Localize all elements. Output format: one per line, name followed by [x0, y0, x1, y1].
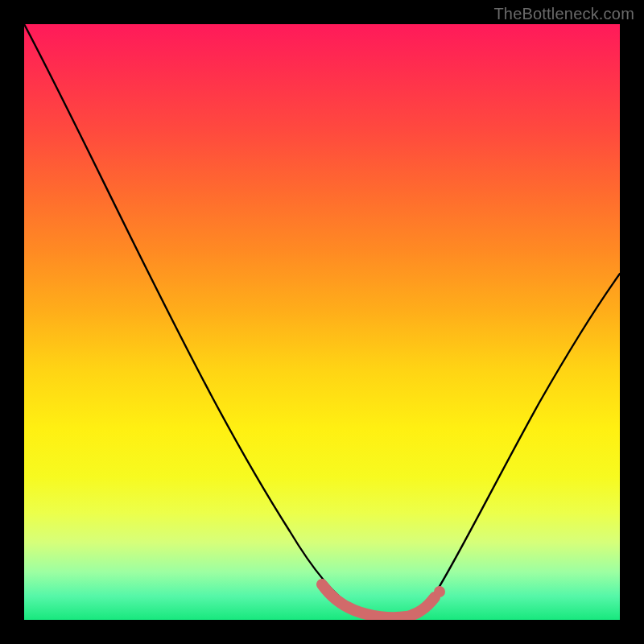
- bottleneck-curve: [24, 24, 620, 617]
- highlight-band: [322, 584, 435, 617]
- chart-frame: TheBottleneck.com: [0, 0, 644, 644]
- watermark-text: TheBottleneck.com: [493, 5, 634, 23]
- highlight-dot: [434, 586, 445, 597]
- curve-layer: [24, 24, 620, 620]
- plot-area: [24, 24, 620, 620]
